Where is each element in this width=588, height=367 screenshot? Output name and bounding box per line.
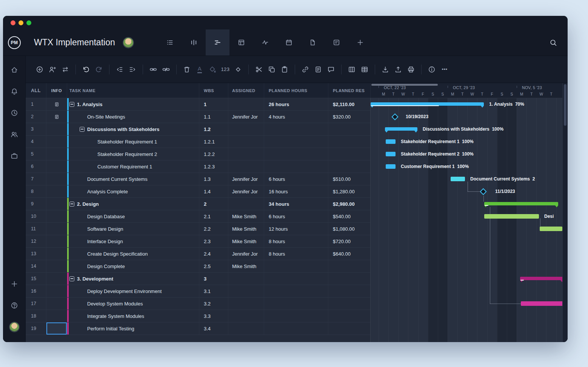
planned-hours-cell[interactable] bbox=[264, 160, 328, 173]
assigned-cell[interactable] bbox=[228, 273, 264, 285]
planned-cost-cell[interactable] bbox=[328, 298, 370, 310]
planned-cost-cell[interactable]: $640.00 bbox=[328, 248, 370, 260]
row-number-cell[interactable]: 16 bbox=[26, 285, 46, 297]
sidebar-home-button[interactable] bbox=[3, 59, 26, 80]
row-number-cell[interactable]: 12 bbox=[26, 235, 46, 247]
wbs-cell[interactable]: 3.1 bbox=[199, 285, 228, 297]
info-cell[interactable] bbox=[46, 322, 67, 335]
wbs-cell[interactable]: 1.3 bbox=[199, 173, 228, 185]
planned-cost-cell[interactable] bbox=[328, 260, 370, 272]
task-name-cell[interactable]: Interface Design bbox=[67, 235, 199, 247]
planned-cost-cell[interactable] bbox=[328, 148, 370, 160]
outdent-button[interactable] bbox=[113, 63, 126, 76]
row-number-cell[interactable]: 10 bbox=[26, 210, 46, 222]
redo-button[interactable] bbox=[92, 63, 105, 76]
planned-cost-cell[interactable] bbox=[328, 160, 370, 173]
planned-cost-cell[interactable] bbox=[328, 322, 370, 335]
tab-sheet-view[interactable] bbox=[229, 29, 253, 56]
task-row-4[interactable]: 4Stakeholder Requirement 11.2.1 bbox=[26, 136, 370, 148]
assigned-cell[interactable]: Mike Smith bbox=[228, 235, 264, 247]
planned-cost-cell[interactable] bbox=[328, 310, 370, 322]
wbs-cell[interactable]: 1.1 bbox=[199, 111, 228, 123]
gantt-horizontal-scrollbar[interactable] bbox=[371, 84, 438, 86]
assigned-cell[interactable]: Jennifer Jor bbox=[228, 248, 264, 260]
scrollbar-thumb[interactable] bbox=[564, 84, 566, 126]
tab-doc-view[interactable] bbox=[301, 29, 325, 56]
info-cell[interactable] bbox=[46, 285, 67, 297]
milestone-button[interactable] bbox=[232, 63, 245, 76]
planned-cost-cell[interactable]: $2,980.00 bbox=[328, 198, 370, 210]
row-number-cell[interactable]: 3 bbox=[26, 123, 46, 135]
info-cell[interactable] bbox=[46, 223, 67, 235]
wbs-cell[interactable]: 3.4 bbox=[199, 322, 228, 335]
wbs-cell[interactable]: 1 bbox=[199, 98, 228, 110]
planned-hours-cell[interactable]: 34 hours bbox=[264, 198, 328, 210]
wbs-cell[interactable]: 3 bbox=[199, 273, 228, 285]
delete-task-button[interactable] bbox=[180, 63, 193, 76]
info-cell[interactable] bbox=[46, 298, 67, 310]
info-button[interactable] bbox=[425, 63, 438, 76]
copy-button[interactable] bbox=[265, 63, 278, 76]
row-number-cell[interactable]: 13 bbox=[26, 248, 46, 260]
planned-cost-cell[interactable]: $1,280.00 bbox=[328, 185, 370, 197]
task-row-7[interactable]: 7Document Current Systems1.3Jennifer Jor… bbox=[26, 173, 370, 185]
sidebar-portfolio-button[interactable] bbox=[3, 145, 26, 167]
planned-cost-cell[interactable] bbox=[328, 136, 370, 148]
collapse-toggle[interactable] bbox=[69, 102, 74, 107]
wbs-cell[interactable]: 2 bbox=[199, 198, 228, 210]
row-number-cell[interactable]: 11 bbox=[26, 223, 46, 235]
recurring-task-button[interactable] bbox=[59, 63, 72, 76]
sidebar-notifications-button[interactable] bbox=[3, 80, 26, 102]
row-number-cell[interactable]: 14 bbox=[26, 260, 46, 272]
row-number-cell[interactable]: 17 bbox=[26, 298, 46, 310]
planned-hours-cell[interactable]: 8 hours bbox=[264, 235, 328, 247]
task-name-cell[interactable]: Design Complete bbox=[67, 260, 199, 272]
row-number-cell[interactable]: 7 bbox=[26, 173, 46, 185]
assigned-cell[interactable]: Mike Smith bbox=[228, 260, 264, 272]
task-bar[interactable] bbox=[386, 139, 396, 144]
task-name-cell[interactable]: Perform Initial Testing bbox=[67, 322, 199, 335]
info-cell[interactable] bbox=[46, 248, 67, 260]
planned-cost-cell[interactable] bbox=[328, 273, 370, 285]
assigned-cell[interactable]: Jennifer Jor bbox=[228, 111, 264, 123]
info-cell[interactable] bbox=[46, 160, 67, 173]
wbs-cell[interactable]: 3.3 bbox=[199, 310, 228, 322]
print-button[interactable] bbox=[405, 63, 417, 76]
summary-bar[interactable] bbox=[385, 127, 417, 131]
sidebar-add-button[interactable] bbox=[3, 273, 26, 295]
cut-button[interactable] bbox=[252, 63, 265, 76]
task-row-18[interactable]: 18Integrate System Modules3.3 bbox=[26, 310, 370, 322]
planned-hours-cell[interactable] bbox=[264, 123, 328, 135]
task-name-cell[interactable]: On-Site Meetings bbox=[67, 111, 199, 123]
task-row-12[interactable]: 12Interface Design2.3Mike Smith8 hours$7… bbox=[26, 235, 370, 248]
row-number-cell[interactable]: 19 bbox=[26, 322, 46, 335]
sidebar-team-button[interactable] bbox=[3, 123, 26, 145]
wbs-cell[interactable]: 2.5 bbox=[199, 260, 228, 272]
planned-hours-cell[interactable]: 6 hours bbox=[264, 173, 328, 185]
row-number-cell[interactable]: 18 bbox=[26, 310, 46, 322]
number-format-button[interactable]: 123 bbox=[219, 63, 232, 76]
project-avatar[interactable] bbox=[123, 37, 134, 48]
task-name-cell[interactable]: Design Database bbox=[67, 210, 199, 222]
planned-hours-cell[interactable] bbox=[264, 322, 328, 335]
assigned-cell[interactable] bbox=[228, 198, 264, 210]
sidebar-help-button[interactable] bbox=[3, 295, 26, 316]
wbs-cell[interactable]: 2.3 bbox=[199, 235, 228, 247]
row-number-cell[interactable]: 4 bbox=[26, 136, 46, 148]
planned-hours-cell[interactable] bbox=[264, 273, 328, 285]
task-row-3[interactable]: 3Discussions with Stakeholders1.2 bbox=[26, 123, 370, 136]
row-number-cell[interactable]: 1 bbox=[26, 98, 46, 110]
column-header-hours[interactable]: PLANNED HOURS bbox=[264, 83, 328, 98]
task-name-cell[interactable]: Develop System Modules bbox=[67, 298, 199, 310]
task-row-13[interactable]: 13Create Design Specification2.4Jennifer… bbox=[26, 248, 370, 260]
info-cell[interactable] bbox=[46, 136, 67, 148]
undo-button[interactable] bbox=[80, 63, 92, 76]
planned-cost-cell[interactable] bbox=[328, 123, 370, 135]
task-row-16[interactable]: 16Deploy Development Environment3.1 bbox=[26, 285, 370, 298]
font-color-button[interactable]: A bbox=[193, 63, 206, 76]
task-row-14[interactable]: 14Design Complete2.5Mike Smith bbox=[26, 260, 370, 273]
row-number-cell[interactable]: 2 bbox=[26, 111, 46, 123]
info-cell[interactable] bbox=[46, 198, 67, 210]
tab-gantt-view[interactable] bbox=[206, 29, 229, 56]
task-name-cell[interactable]: Analysis Complete bbox=[67, 185, 199, 197]
